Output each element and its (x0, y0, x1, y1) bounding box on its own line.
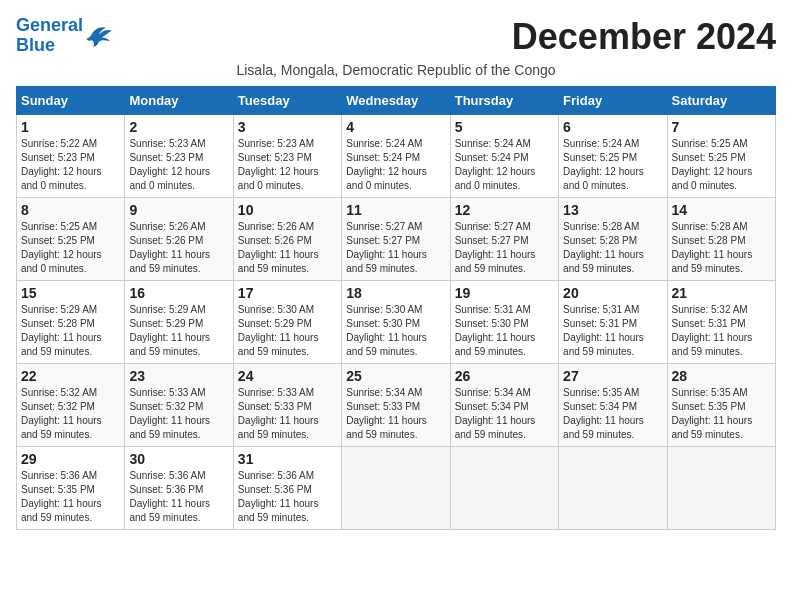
day-number: 12 (455, 202, 554, 218)
day-info: Sunrise: 5:27 AM Sunset: 5:27 PM Dayligh… (346, 221, 427, 274)
day-info: Sunrise: 5:24 AM Sunset: 5:24 PM Dayligh… (455, 138, 536, 191)
day-number: 30 (129, 451, 228, 467)
day-info: Sunrise: 5:24 AM Sunset: 5:24 PM Dayligh… (346, 138, 427, 191)
table-row: 27 Sunrise: 5:35 AM Sunset: 5:34 PM Dayl… (559, 364, 667, 447)
day-number: 10 (238, 202, 337, 218)
table-row: 14 Sunrise: 5:28 AM Sunset: 5:28 PM Dayl… (667, 198, 775, 281)
day-info: Sunrise: 5:32 AM Sunset: 5:31 PM Dayligh… (672, 304, 753, 357)
day-info: Sunrise: 5:36 AM Sunset: 5:35 PM Dayligh… (21, 470, 102, 523)
day-number: 2 (129, 119, 228, 135)
logo-bird-icon (85, 22, 113, 50)
table-row (667, 447, 775, 530)
table-row: 26 Sunrise: 5:34 AM Sunset: 5:34 PM Dayl… (450, 364, 558, 447)
day-info: Sunrise: 5:32 AM Sunset: 5:32 PM Dayligh… (21, 387, 102, 440)
day-info: Sunrise: 5:33 AM Sunset: 5:32 PM Dayligh… (129, 387, 210, 440)
day-number: 24 (238, 368, 337, 384)
calendar-week-row: 15 Sunrise: 5:29 AM Sunset: 5:28 PM Dayl… (17, 281, 776, 364)
logo: GeneralBlue (16, 16, 113, 56)
col-saturday: Saturday (667, 87, 775, 115)
page-header: GeneralBlue December 2024 (16, 16, 776, 58)
day-number: 22 (21, 368, 120, 384)
day-number: 29 (21, 451, 120, 467)
day-info: Sunrise: 5:31 AM Sunset: 5:30 PM Dayligh… (455, 304, 536, 357)
table-row: 4 Sunrise: 5:24 AM Sunset: 5:24 PM Dayli… (342, 115, 450, 198)
day-number: 15 (21, 285, 120, 301)
day-number: 11 (346, 202, 445, 218)
table-row: 2 Sunrise: 5:23 AM Sunset: 5:23 PM Dayli… (125, 115, 233, 198)
day-info: Sunrise: 5:29 AM Sunset: 5:29 PM Dayligh… (129, 304, 210, 357)
col-friday: Friday (559, 87, 667, 115)
day-number: 25 (346, 368, 445, 384)
day-info: Sunrise: 5:33 AM Sunset: 5:33 PM Dayligh… (238, 387, 319, 440)
table-row: 17 Sunrise: 5:30 AM Sunset: 5:29 PM Dayl… (233, 281, 341, 364)
table-row: 16 Sunrise: 5:29 AM Sunset: 5:29 PM Dayl… (125, 281, 233, 364)
day-number: 23 (129, 368, 228, 384)
day-info: Sunrise: 5:23 AM Sunset: 5:23 PM Dayligh… (238, 138, 319, 191)
day-number: 4 (346, 119, 445, 135)
table-row (450, 447, 558, 530)
table-row: 8 Sunrise: 5:25 AM Sunset: 5:25 PM Dayli… (17, 198, 125, 281)
table-row: 6 Sunrise: 5:24 AM Sunset: 5:25 PM Dayli… (559, 115, 667, 198)
table-row: 12 Sunrise: 5:27 AM Sunset: 5:27 PM Dayl… (450, 198, 558, 281)
day-number: 18 (346, 285, 445, 301)
table-row: 5 Sunrise: 5:24 AM Sunset: 5:24 PM Dayli… (450, 115, 558, 198)
day-number: 9 (129, 202, 228, 218)
table-row: 24 Sunrise: 5:33 AM Sunset: 5:33 PM Dayl… (233, 364, 341, 447)
day-number: 8 (21, 202, 120, 218)
table-row: 22 Sunrise: 5:32 AM Sunset: 5:32 PM Dayl… (17, 364, 125, 447)
table-row: 20 Sunrise: 5:31 AM Sunset: 5:31 PM Dayl… (559, 281, 667, 364)
day-number: 20 (563, 285, 662, 301)
day-info: Sunrise: 5:26 AM Sunset: 5:26 PM Dayligh… (238, 221, 319, 274)
day-number: 27 (563, 368, 662, 384)
table-row: 31 Sunrise: 5:36 AM Sunset: 5:36 PM Dayl… (233, 447, 341, 530)
day-number: 14 (672, 202, 771, 218)
col-monday: Monday (125, 87, 233, 115)
table-row: 30 Sunrise: 5:36 AM Sunset: 5:36 PM Dayl… (125, 447, 233, 530)
table-row: 25 Sunrise: 5:34 AM Sunset: 5:33 PM Dayl… (342, 364, 450, 447)
day-info: Sunrise: 5:30 AM Sunset: 5:30 PM Dayligh… (346, 304, 427, 357)
day-number: 13 (563, 202, 662, 218)
logo-text: GeneralBlue (16, 16, 83, 56)
day-number: 3 (238, 119, 337, 135)
calendar-week-row: 1 Sunrise: 5:22 AM Sunset: 5:23 PM Dayli… (17, 115, 776, 198)
calendar-week-row: 29 Sunrise: 5:36 AM Sunset: 5:35 PM Dayl… (17, 447, 776, 530)
table-row: 9 Sunrise: 5:26 AM Sunset: 5:26 PM Dayli… (125, 198, 233, 281)
day-number: 26 (455, 368, 554, 384)
day-info: Sunrise: 5:24 AM Sunset: 5:25 PM Dayligh… (563, 138, 644, 191)
day-info: Sunrise: 5:26 AM Sunset: 5:26 PM Dayligh… (129, 221, 210, 274)
day-info: Sunrise: 5:28 AM Sunset: 5:28 PM Dayligh… (563, 221, 644, 274)
table-row: 15 Sunrise: 5:29 AM Sunset: 5:28 PM Dayl… (17, 281, 125, 364)
table-row: 3 Sunrise: 5:23 AM Sunset: 5:23 PM Dayli… (233, 115, 341, 198)
day-number: 7 (672, 119, 771, 135)
title-block: December 2024 (512, 16, 776, 58)
location-text: Lisala, Mongala, Democratic Republic of … (16, 62, 776, 78)
day-number: 16 (129, 285, 228, 301)
table-row: 29 Sunrise: 5:36 AM Sunset: 5:35 PM Dayl… (17, 447, 125, 530)
day-number: 5 (455, 119, 554, 135)
calendar-header-row: Sunday Monday Tuesday Wednesday Thursday… (17, 87, 776, 115)
day-number: 21 (672, 285, 771, 301)
day-number: 31 (238, 451, 337, 467)
day-info: Sunrise: 5:36 AM Sunset: 5:36 PM Dayligh… (129, 470, 210, 523)
calendar-week-row: 22 Sunrise: 5:32 AM Sunset: 5:32 PM Dayl… (17, 364, 776, 447)
day-number: 19 (455, 285, 554, 301)
col-sunday: Sunday (17, 87, 125, 115)
day-info: Sunrise: 5:27 AM Sunset: 5:27 PM Dayligh… (455, 221, 536, 274)
day-info: Sunrise: 5:34 AM Sunset: 5:33 PM Dayligh… (346, 387, 427, 440)
day-info: Sunrise: 5:35 AM Sunset: 5:35 PM Dayligh… (672, 387, 753, 440)
table-row: 23 Sunrise: 5:33 AM Sunset: 5:32 PM Dayl… (125, 364, 233, 447)
calendar-week-row: 8 Sunrise: 5:25 AM Sunset: 5:25 PM Dayli… (17, 198, 776, 281)
table-row: 13 Sunrise: 5:28 AM Sunset: 5:28 PM Dayl… (559, 198, 667, 281)
table-row (559, 447, 667, 530)
day-info: Sunrise: 5:31 AM Sunset: 5:31 PM Dayligh… (563, 304, 644, 357)
day-info: Sunrise: 5:34 AM Sunset: 5:34 PM Dayligh… (455, 387, 536, 440)
day-info: Sunrise: 5:30 AM Sunset: 5:29 PM Dayligh… (238, 304, 319, 357)
table-row: 18 Sunrise: 5:30 AM Sunset: 5:30 PM Dayl… (342, 281, 450, 364)
table-row: 11 Sunrise: 5:27 AM Sunset: 5:27 PM Dayl… (342, 198, 450, 281)
col-thursday: Thursday (450, 87, 558, 115)
table-row: 19 Sunrise: 5:31 AM Sunset: 5:30 PM Dayl… (450, 281, 558, 364)
day-info: Sunrise: 5:28 AM Sunset: 5:28 PM Dayligh… (672, 221, 753, 274)
table-row: 21 Sunrise: 5:32 AM Sunset: 5:31 PM Dayl… (667, 281, 775, 364)
table-row: 10 Sunrise: 5:26 AM Sunset: 5:26 PM Dayl… (233, 198, 341, 281)
day-number: 17 (238, 285, 337, 301)
